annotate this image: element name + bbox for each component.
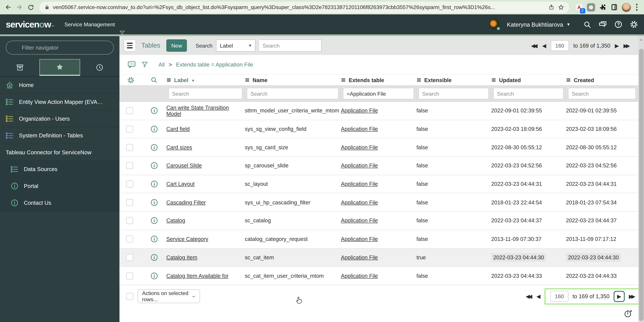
extends-table-link[interactable]: Application File — [341, 126, 378, 132]
filter-created-input[interactable] — [568, 88, 636, 99]
extends-table-link[interactable]: Application File — [341, 218, 378, 224]
extensions-puzzle-icon[interactable] — [598, 3, 606, 11]
first-page-button[interactable]: ◀◀ — [531, 43, 538, 48]
filter-extensible-input[interactable] — [418, 88, 489, 99]
share-icon[interactable] — [548, 4, 554, 10]
sidebar-item-organization-users[interactable]: Organization - Users — [0, 110, 120, 127]
tab-history[interactable] — [80, 59, 120, 76]
sidebar-item-portal[interactable]: Portal — [0, 178, 120, 194]
sidebar-item-entity-view-action-mapper-eva[interactable]: Entity View Action Mapper (EVA… — [0, 93, 120, 110]
extends-table-link[interactable]: Application File — [341, 273, 378, 279]
extends-table-link[interactable]: Application File — [341, 163, 378, 169]
row-checkbox[interactable] — [126, 217, 133, 224]
browser-menu-icon[interactable] — [634, 4, 639, 10]
breadcrumb-funnel-icon[interactable] — [141, 61, 148, 68]
browser-forward-button[interactable] — [14, 2, 25, 12]
row-position-input[interactable] — [551, 40, 569, 51]
browser-back-button[interactable] — [2, 2, 13, 12]
global-search-icon[interactable] — [583, 20, 592, 28]
settings-gear-icon[interactable] — [630, 20, 638, 29]
row-checkbox[interactable] — [126, 144, 133, 151]
extends-table-link[interactable]: Application File — [341, 254, 378, 261]
record-label-link[interactable]: Catalog Item — [166, 254, 198, 261]
breadcrumb-all-link[interactable]: All — [158, 61, 165, 68]
extends-table-link[interactable]: Application File — [341, 236, 378, 242]
user-avatar[interactable] — [489, 19, 500, 30]
row-checkbox[interactable] — [126, 254, 133, 261]
record-info-icon[interactable] — [142, 235, 166, 243]
column-search-toggle-icon[interactable] — [142, 76, 166, 84]
record-info-icon[interactable] — [142, 162, 166, 170]
record-label-link[interactable]: Card field — [166, 126, 190, 132]
select-all-footer-checkbox[interactable] — [126, 293, 133, 300]
column-header-extends-table[interactable]: Extends table — [341, 77, 416, 83]
column-header-extensible[interactable]: Extensible — [416, 77, 491, 83]
browser-refresh-button[interactable] — [26, 2, 36, 12]
response-time-stopwatch-icon[interactable] — [624, 309, 632, 320]
record-label-link[interactable]: Card sizes — [166, 144, 192, 150]
record-info-icon[interactable] — [142, 217, 166, 225]
next-page-button[interactable]: ▶ — [615, 43, 619, 48]
connect-chat-icon[interactable] — [598, 20, 607, 29]
row-checkbox[interactable] — [126, 181, 133, 188]
record-info-icon[interactable] — [142, 180, 166, 188]
column-header-updated[interactable]: Updated — [491, 77, 566, 83]
next-page-button[interactable]: ▶ — [614, 291, 625, 302]
bookmark-star-icon[interactable] — [558, 4, 564, 10]
row-checkbox[interactable] — [126, 272, 133, 279]
browser-profile-avatar[interactable] — [622, 3, 631, 12]
record-label-link[interactable]: Cart Layout — [166, 181, 194, 187]
last-page-button[interactable]: ▶▶ — [629, 294, 635, 299]
extension-icon[interactable]: 2 — [575, 3, 583, 11]
help-icon[interactable] — [614, 20, 622, 29]
record-label-link[interactable]: Can write State Transition Model — [166, 104, 229, 117]
new-record-button[interactable]: New — [166, 39, 187, 52]
list-search-input[interactable] — [259, 39, 322, 52]
first-page-button[interactable]: ◀◀ — [526, 294, 532, 299]
breadcrumb-filter-link[interactable]: Extends table = Application File — [176, 61, 253, 68]
user-menu[interactable]: Kateryna Bukhtiiarova ▼ — [507, 21, 570, 28]
row-checkbox[interactable] — [126, 107, 133, 114]
column-header-created[interactable]: Created — [566, 77, 638, 83]
tab-favorites[interactable] — [40, 59, 80, 76]
previous-page-button[interactable]: ◀ — [536, 294, 540, 299]
row-checkbox[interactable] — [126, 162, 133, 169]
tab-all-applications[interactable] — [0, 59, 40, 76]
record-info-icon[interactable] — [142, 107, 166, 115]
search-field-select[interactable]: Label ▼ — [216, 39, 256, 52]
row-position-input[interactable] — [550, 291, 568, 302]
filter-updated-input[interactable] — [493, 88, 564, 99]
side-panel-icon[interactable] — [610, 3, 618, 11]
column-header-name[interactable]: Name — [245, 77, 341, 83]
extends-table-link[interactable]: Application File — [341, 199, 378, 206]
record-label-link[interactable]: Catalog — [166, 218, 185, 224]
previous-page-button[interactable]: ◀ — [542, 43, 546, 48]
address-bar[interactable]: ven05067.service-now.com/nav_to.do?uri=%… — [40, 1, 569, 13]
filter-name-input[interactable] — [247, 88, 338, 99]
list-context-menu-button[interactable] — [124, 39, 136, 52]
actions-on-selected-rows-select[interactable]: Actions on selected rows... — [138, 289, 200, 303]
scroll-up-arrow[interactable]: ▲ — [638, 38, 644, 41]
row-checkbox[interactable] — [126, 236, 133, 243]
record-info-icon[interactable] — [142, 254, 166, 261]
record-label-link[interactable]: Carousel Slide — [166, 163, 202, 169]
row-checkbox[interactable] — [126, 125, 133, 132]
personalize-list-gear-icon[interactable] — [120, 76, 142, 84]
record-label-link[interactable]: Service Category — [166, 236, 208, 242]
screen-capture-icon[interactable] — [587, 3, 595, 11]
row-checkbox[interactable] — [126, 199, 133, 206]
record-label-link[interactable]: Cascading Filter — [166, 199, 206, 206]
extends-table-link[interactable]: Application File — [341, 144, 378, 150]
sidebar-item-system-definition-tables[interactable]: System Definition - Tables — [0, 127, 120, 144]
sidebar-item-home[interactable]: Home — [0, 77, 120, 93]
vertical-scrollbar[interactable]: ▲ — [638, 36, 644, 322]
sidebar-item-contact-us[interactable]: Contact Us — [0, 195, 120, 211]
list-chat-icon[interactable] — [127, 60, 136, 69]
extends-table-link[interactable]: Application File — [341, 181, 378, 187]
record-info-icon[interactable] — [142, 199, 166, 206]
last-page-button[interactable]: ▶▶ — [624, 43, 630, 48]
record-label-link[interactable]: Catalog Item Available for — [166, 273, 228, 279]
extends-table-link[interactable]: Application File — [341, 108, 378, 114]
filter-label-input[interactable] — [168, 88, 242, 99]
record-info-icon[interactable] — [142, 125, 166, 133]
